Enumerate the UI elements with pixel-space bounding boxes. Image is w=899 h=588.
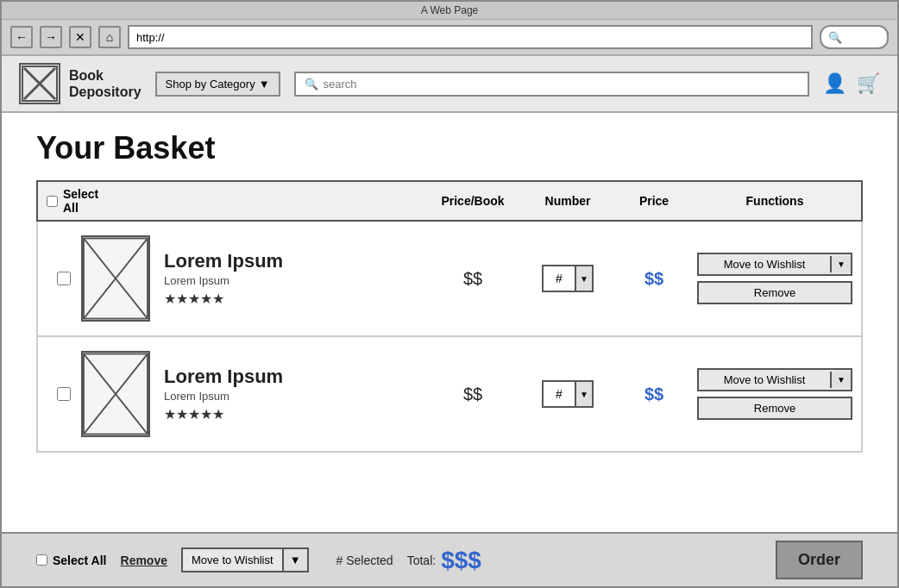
item-2-info: Lorem Ipsum Lorem Ipsum ★★★★★ [81,351,421,437]
browser-toolbar: ← → ✕ ⌂ [2,20,897,56]
item-checkbox-2 [47,387,81,401]
item-1-actions: Move to Wishlist ▼ Remove [697,253,852,304]
item-2-subtitle: Lorem Ipsum [164,390,421,403]
basket-title: Your Basket [36,130,863,166]
basket-table-header: Select All Price/Book Number Price Funct… [36,180,863,222]
item-1-details: Lorem Ipsum Lorem Ipsum ★★★★★ [164,250,421,307]
home-button[interactable]: ⌂ [98,26,121,48]
select-all-header: Select All [47,187,81,215]
select-all-label: Select All [63,187,98,215]
footer-wishlist-arrow-icon: ▼ [282,549,307,571]
item-2-qty: ▼ [525,380,611,408]
item-1-thumbnail [81,235,150,322]
footer-total-label: Total: [407,554,436,567]
search-icon: 🔍 [305,78,318,91]
item-2-actions: Move to Wishlist ▼ Remove [697,368,852,420]
user-account-button[interactable]: 👤 [823,72,846,95]
item-1-wishlist-arrow-icon: ▼ [830,256,851,272]
item-2-title: Lorem Ipsum [164,366,421,388]
item-2-total: $$ [611,385,697,404]
logo-text: Book Depository [69,67,141,100]
browser-search-input[interactable] [820,25,889,49]
category-dropdown-icon: ▼ [259,78,270,91]
footer-order-button[interactable]: Order [776,541,863,579]
col-header-functions: Functions [697,194,852,208]
item-1-price: $$ [421,269,525,289]
logo-box [19,63,60,104]
close-button[interactable]: ✕ [69,26,91,48]
footer-remove-button[interactable]: Remove [121,554,167,567]
item-1-stars: ★★★★★ [164,291,421,307]
category-dropdown-button[interactable]: Shop by Category ▼ [155,72,280,97]
header-icons: 👤 🛒 [823,72,880,95]
select-all-checkbox-header[interactable] [47,196,58,207]
forward-button[interactable]: → [40,26,62,48]
item-1-checkbox[interactable] [57,272,71,285]
item-2-qty-selector: ▼ [542,380,594,408]
footer-select-all-checkbox[interactable] [36,554,47,566]
item-2-remove-button[interactable]: Remove [697,397,852,420]
item-checkbox-1 [47,272,81,285]
basket-footer: Select All Remove Move to Wishlist ▼ # S… [2,532,897,586]
item-1-qty-arrow[interactable]: ▼ [575,266,592,291]
col-header-number: Number [525,194,611,208]
footer-total: Total: $$$ [407,547,481,574]
footer-select-all-label: Select All [53,554,107,567]
item-1-qty: ▼ [525,265,611,292]
item-1-info: Lorem Ipsum Lorem Ipsum ★★★★★ [81,235,421,322]
search-input[interactable] [324,78,799,91]
footer-wishlist-button[interactable]: Move to Wishlist ▼ [181,547,309,572]
search-bar: 🔍 [294,72,809,97]
item-1-total: $$ [611,269,697,289]
browser-titlebar: A Web Page [2,2,897,20]
site-header: Book Depository Shop by Category ▼ 🔍 👤 🛒 [2,56,897,113]
footer-total-amount: $$$ [441,547,481,574]
item-1-remove-button[interactable]: Remove [697,281,852,304]
item-2-stars: ★★★★★ [164,406,421,422]
item-1-wishlist-button[interactable]: Move to Wishlist ▼ [697,253,852,276]
footer-selected-label: # Selected [336,554,393,567]
footer-select-all: Select All [36,554,107,567]
item-2-thumbnail [81,351,150,437]
browser-window: A Web Page ← → ✕ ⌂ Book Depo [0,0,899,588]
back-button[interactable]: ← [10,26,33,48]
item-2-image-placeholder [83,353,148,435]
basket-main: Your Basket Select All Price/Book Number… [2,113,897,532]
item-1-title: Lorem Ipsum [164,250,421,272]
item-2-wishlist-arrow-icon: ▼ [830,372,851,388]
item-1-qty-input[interactable] [544,266,575,291]
item-2-qty-arrow[interactable]: ▼ [575,382,592,406]
item-1-image-placeholder [83,237,148,320]
address-bar[interactable] [128,25,813,49]
item-1-subtitle: Lorem Ipsum [164,274,421,287]
table-row: Lorem Ipsum Lorem Ipsum ★★★★★ $$ ▼ $$ Mo… [36,337,863,453]
item-2-wishlist-label: Move to Wishlist [699,370,830,390]
item-2-details: Lorem Ipsum Lorem Ipsum ★★★★★ [164,366,421,422]
item-2-wishlist-button[interactable]: Move to Wishlist ▼ [697,368,852,391]
table-row: Lorem Ipsum Lorem Ipsum ★★★★★ $$ ▼ $$ Mo… [36,222,863,337]
item-2-price: $$ [421,385,525,404]
page-title-tab: A Web Page [421,4,479,16]
col-header-price: Price [611,194,697,208]
footer-wishlist-label: Move to Wishlist [183,549,282,571]
page-content: Book Depository Shop by Category ▼ 🔍 👤 🛒… [2,56,897,586]
cart-button[interactable]: 🛒 [857,72,880,95]
logo-area: Book Depository [19,63,141,104]
col-header-price-book: Price/Book [421,194,525,208]
item-1-qty-selector: ▼ [542,265,594,292]
item-1-wishlist-label: Move to Wishlist [699,254,830,274]
item-2-qty-input[interactable] [544,382,575,406]
logo-x-icon [21,65,59,103]
category-btn-label: Shop by Category [166,78,255,91]
item-2-checkbox[interactable] [57,387,71,401]
